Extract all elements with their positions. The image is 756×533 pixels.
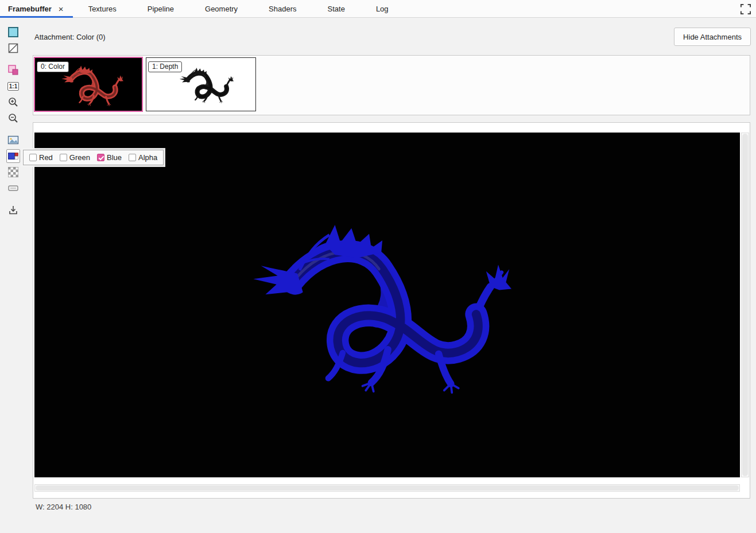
depth-attachment-preview <box>174 65 234 107</box>
compare-attachments-icon <box>7 64 19 76</box>
zoom-in-button[interactable] <box>6 95 20 109</box>
green-checkbox[interactable] <box>60 154 67 161</box>
checkerboard-background-button[interactable] <box>6 165 20 179</box>
attachment-chip: 0: Color <box>37 61 69 72</box>
channel-label: Blue <box>107 153 122 162</box>
display-channels-button[interactable] <box>6 149 20 163</box>
channel-green[interactable]: Green <box>60 153 90 162</box>
zoom-in-icon <box>7 96 19 108</box>
tab-label: Framebuffer <box>8 5 52 13</box>
no-background-button[interactable] <box>6 41 20 55</box>
tab-state[interactable]: State <box>312 0 360 17</box>
tab-geometry[interactable]: Geometry <box>189 0 253 17</box>
attachment-thumbnail-depth[interactable]: 1: Depth <box>146 57 256 111</box>
framebuffer-canvas[interactable] <box>34 133 740 477</box>
one-to-one-icon: 1:1 <box>7 82 19 91</box>
image-icon <box>7 134 19 146</box>
channel-alpha[interactable]: Alpha <box>129 153 157 162</box>
attachment-compare-button[interactable] <box>6 63 20 77</box>
red-checkbox[interactable] <box>29 154 37 161</box>
framebuffer-viewport <box>33 122 750 499</box>
tab-label: Pipeline <box>148 5 174 13</box>
horizontal-scrollbar-thumb[interactable] <box>36 485 739 491</box>
channels-icon <box>8 151 18 161</box>
horizontal-scrollbar[interactable] <box>34 484 740 492</box>
channel-red[interactable]: Red <box>29 153 53 162</box>
attachment-header-label: Attachment: Color (0) <box>34 33 106 41</box>
channel-label: Alpha <box>138 153 157 162</box>
background-color-swatch-button[interactable] <box>6 25 20 39</box>
blue-checkbox[interactable] <box>97 154 104 161</box>
vertical-scrollbar-thumb[interactable] <box>742 134 748 476</box>
tab-label: Textures <box>88 5 117 13</box>
alpha-checkbox[interactable] <box>129 154 136 161</box>
rendered-dragon-blue-channel <box>227 212 514 410</box>
tab-framebuffer[interactable]: Framebuffer × <box>0 0 73 17</box>
zoom-out-button[interactable] <box>6 111 20 125</box>
zoom-out-icon <box>7 112 19 124</box>
actual-size-button[interactable]: 1:1 <box>6 79 20 93</box>
tab-log[interactable]: Log <box>360 0 404 17</box>
tab-textures[interactable]: Textures <box>73 0 132 17</box>
tab-label: Log <box>376 5 389 13</box>
channel-selector: Red Green Blue Alpha <box>23 150 164 165</box>
close-tab-icon[interactable]: × <box>59 5 64 13</box>
no-color-icon <box>7 42 19 54</box>
save-image-button[interactable] <box>6 203 20 217</box>
color-swatch-icon <box>7 26 19 38</box>
tab-bar: Framebuffer × Textures Pipeline Geometry… <box>0 0 756 18</box>
channel-label: Red <box>39 153 53 162</box>
download-icon <box>7 204 19 216</box>
attachments-strip: 0: Color 1: Depth <box>33 55 750 115</box>
channel-label: Green <box>69 153 90 162</box>
tab-label: Geometry <box>205 5 238 13</box>
premultiply-alpha-button[interactable] <box>6 181 20 195</box>
tab-label: State <box>328 5 345 13</box>
checkerboard-icon <box>8 167 18 177</box>
image-dimensions-label: W: 2204 H: 1080 <box>36 503 91 511</box>
fullscreen-icon[interactable] <box>739 2 753 16</box>
tab-shaders[interactable]: Shaders <box>253 0 312 17</box>
vertical-scrollbar[interactable] <box>741 133 749 477</box>
display-image-button[interactable] <box>6 133 20 147</box>
tab-pipeline[interactable]: Pipeline <box>132 0 189 17</box>
hide-attachments-button[interactable]: Hide Attachments <box>674 28 751 46</box>
premultiply-icon <box>7 182 19 194</box>
attachment-chip: 1: Depth <box>148 61 182 72</box>
viewer-toolbar: 1:1 <box>0 18 26 533</box>
channel-blue[interactable]: Blue <box>97 153 122 162</box>
attachment-thumbnail-color[interactable]: 0: Color <box>34 57 143 112</box>
tab-label: Shaders <box>269 5 296 13</box>
